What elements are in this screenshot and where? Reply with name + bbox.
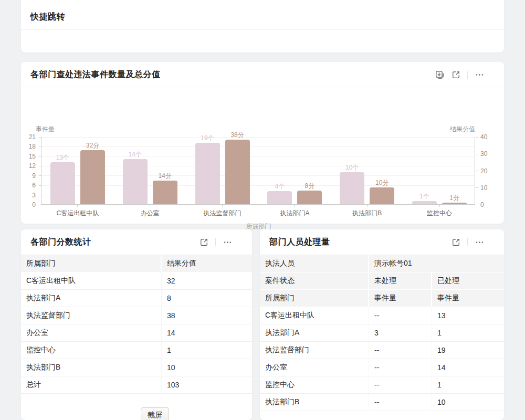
table-cell: --	[369, 342, 432, 359]
table-cell: C客运出租中队	[260, 307, 369, 324]
score-table-card: 各部门分数统计 所属部门结果分值C客运出租中	[21, 229, 252, 420]
chart-bar[interactable]	[153, 181, 177, 204]
table-cell: 执法部门A	[21, 290, 162, 307]
x-axis-tick	[367, 205, 368, 207]
x-category-label: 监控中心	[427, 209, 452, 218]
left-axis-tick-label: 15	[29, 153, 36, 160]
left-axis-tick	[39, 195, 41, 195]
bar-value-label: 1分	[449, 194, 459, 203]
table-row: 案件状态未处理已处理	[260, 272, 504, 290]
table-cell: 3	[369, 324, 432, 342]
x-category-label: 执法部门A	[280, 209, 309, 218]
table-cell: 执法部门A	[260, 324, 369, 342]
table-row: C客运出租中队--13	[260, 307, 504, 324]
bar-value-label: 14个	[129, 150, 142, 159]
header-cell: 执法人员	[260, 255, 369, 272]
table-cell: 8	[162, 290, 252, 307]
chart-bar[interactable]	[412, 201, 437, 204]
table-cell: --	[369, 359, 432, 376]
open-in-new-window-icon[interactable]	[451, 237, 460, 247]
table-cell: 13	[432, 307, 504, 324]
left-axis-tick	[39, 205, 41, 205]
right-axis-tick-label: 30	[480, 150, 487, 158]
score-card-actions	[199, 237, 232, 247]
left-axis-tick-label: 0	[32, 201, 36, 208]
table-row: C客运出租中队32	[21, 272, 252, 290]
right-axis-tick-label: 40	[480, 133, 487, 141]
gridline	[41, 195, 475, 195]
table-cell: 办公室	[260, 359, 369, 376]
chart-bar[interactable]	[225, 140, 250, 204]
actions-divider	[467, 71, 468, 79]
open-in-new-window-icon[interactable]	[199, 237, 208, 247]
bar-value-label: 13个	[56, 153, 69, 162]
gridline	[41, 156, 475, 156]
right-axis-title: 结果分值	[450, 125, 475, 134]
staff-card-actions	[451, 237, 484, 247]
screenshot-button[interactable]: 截屏	[141, 407, 169, 420]
chart-bar[interactable]	[442, 203, 467, 204]
table-cell: 执法监督部门	[260, 342, 369, 359]
table-row: 执法部门B10	[21, 359, 252, 376]
download-icon[interactable]	[435, 70, 444, 80]
dual-axis-bar-chart: 事件量 结果分值 036912151821010203040C客运出租中队13个…	[21, 88, 504, 223]
left-axis-title: 事件量	[36, 125, 55, 134]
x-category-label: 执法部门B	[352, 209, 382, 218]
left-axis-tick	[39, 137, 41, 138]
left-axis-tick-label: 12	[29, 162, 36, 170]
quick-jump-card-header: 快捷跳转	[21, 0, 504, 30]
chart-bar[interactable]	[340, 172, 364, 204]
gridline	[41, 175, 475, 176]
open-in-new-window-icon[interactable]	[451, 70, 460, 80]
staff-card-title: 部门人员处理量	[269, 237, 330, 248]
chart-bar[interactable]	[297, 191, 322, 204]
chart-plot-area: 036912151821010203040C客运出租中队13个32分办公室14个…	[41, 137, 475, 205]
staff-card-header: 部门人员处理量	[260, 229, 504, 255]
x-category-label: C客运出租中队	[57, 209, 99, 218]
header-cell: 结果分值	[162, 255, 252, 272]
bar-value-label: 19个	[201, 134, 214, 143]
table-cell: 执法监督部门	[21, 307, 162, 324]
right-axis-tick	[476, 187, 478, 188]
chart-bar[interactable]	[267, 191, 292, 204]
table-cell: 10	[432, 394, 504, 411]
header-cell: 演示帐号01	[369, 255, 504, 272]
table-cell: 1	[432, 376, 504, 394]
table-row: 总计103	[21, 376, 252, 394]
table-cell: 32	[162, 272, 252, 290]
table-cell: 执法部门B	[260, 394, 369, 411]
actions-divider	[467, 238, 468, 246]
table-cell: 19	[432, 342, 504, 359]
chart-bar[interactable]	[370, 187, 394, 204]
chart-bar[interactable]	[123, 159, 148, 204]
x-axis-tick	[295, 205, 295, 207]
more-icon[interactable]	[475, 70, 484, 80]
bar-value-label: 1个	[419, 192, 429, 201]
table-cell: 监控中心	[260, 376, 369, 394]
x-axis-tick	[222, 205, 223, 207]
chart-bar[interactable]	[195, 143, 220, 204]
x-axis-tick	[150, 205, 150, 207]
right-axis-tick-label: 0	[480, 201, 484, 208]
table-row: 所属部门结果分值	[21, 255, 252, 272]
right-axis-tick	[476, 137, 478, 138]
table-cell: --	[369, 376, 432, 394]
header-cell: 所属部门	[260, 290, 369, 307]
actions-divider	[215, 238, 216, 246]
quick-jump-title: 快捷跳转	[30, 12, 65, 23]
left-axis-tick-label: 18	[29, 143, 36, 150]
left-axis-tick	[39, 166, 41, 166]
chart-bar[interactable]	[80, 150, 105, 204]
more-icon[interactable]	[475, 237, 484, 247]
left-axis-tick-label: 21	[29, 133, 36, 141]
table-cell: 办公室	[21, 324, 162, 342]
table-row: 监控中心1	[21, 342, 252, 359]
chart-bar[interactable]	[50, 162, 75, 204]
staff-table-card: 部门人员处理量 执法人员演示帐号01案件状态	[260, 229, 504, 420]
right-axis-tick	[476, 205, 478, 205]
more-icon[interactable]	[223, 237, 232, 247]
bar-value-label: 8分	[305, 182, 315, 191]
table-cell: --	[369, 394, 432, 411]
table-row: 执法部门B--10	[260, 394, 504, 411]
table-cell: 监控中心	[21, 342, 162, 359]
